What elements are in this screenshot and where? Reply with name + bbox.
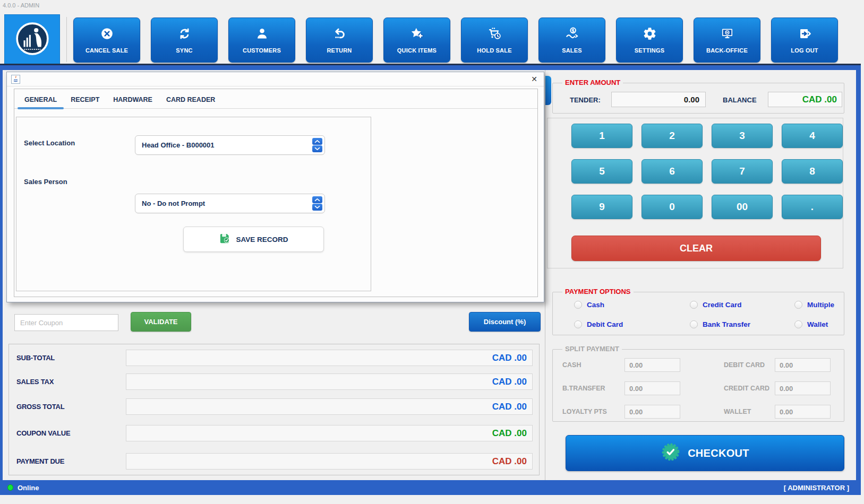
keypad-key-4[interactable]: 4 [782, 124, 843, 148]
sales-person-spinner [312, 196, 322, 211]
online-status-icon [7, 484, 13, 491]
save-record-icon [219, 232, 231, 246]
frame-top-border [0, 65, 861, 70]
tab-general[interactable]: GENERAL [18, 96, 64, 108]
keypad-key-dot[interactable]: . [782, 195, 843, 219]
payment-due-value: CAD .00 [492, 456, 527, 467]
keypad-key-00[interactable]: 00 [712, 195, 773, 219]
sync-button[interactable]: SYNC [151, 18, 218, 63]
keypad-key-8[interactable]: 8 [782, 159, 843, 184]
payment-option-bank-transfer[interactable]: Bank Transfer [690, 320, 750, 328]
split-debit-card-input[interactable] [775, 358, 831, 372]
payment-option-debit-card[interactable]: Debit Card [574, 320, 623, 328]
keypad-key-5[interactable]: 5 [571, 159, 632, 184]
coupon-input[interactable] [14, 314, 118, 331]
subtotal-label: SUB-TOTAL [16, 354, 55, 362]
spinner-up-icon[interactable] [312, 138, 322, 145]
radio-icon[interactable] [794, 301, 802, 309]
settings-dialog: ✕ GENERAL RECEIPT HARDWARE CARD READER S… [6, 72, 544, 302]
toolbar-button-label: SALES [562, 47, 582, 54]
customers-button[interactable]: CUSTOMERS [228, 18, 295, 63]
split-loyalty-pts-input[interactable] [625, 405, 680, 419]
sync-icon [177, 27, 192, 43]
select-location-dropdown[interactable]: Head Office - B000001 [135, 135, 325, 155]
back-office-icon [720, 27, 734, 43]
payment-option-label: Bank Transfer [703, 320, 750, 328]
dialog-titlebar[interactable]: ✕ [7, 72, 544, 86]
split-bank-transfer-input[interactable] [625, 381, 680, 395]
split-credit-card-input[interactable] [775, 381, 831, 395]
quick-items-button[interactable]: QUICK ITEMS [383, 18, 450, 63]
select-location-value: Head Office - B000001 [142, 141, 215, 149]
spinner-down-icon[interactable] [312, 145, 322, 152]
enter-amount-section: ENTER AMOUNT TENDER: BALANCE CAD .00 [552, 83, 844, 114]
checkout-button[interactable]: CHECKOUT [566, 435, 844, 471]
keypad-panel: 1 2 3 4 5 6 7 8 9 0 00 . CLEAR [547, 118, 843, 268]
keypad-key-7[interactable]: 7 [712, 159, 773, 184]
radio-icon[interactable] [574, 301, 582, 309]
back-office-button[interactable]: BACK-OFFICE [694, 18, 760, 63]
discount-button[interactable]: Discount (%) [469, 312, 541, 332]
log-out-button[interactable]: LOG OUT [771, 18, 838, 63]
select-location-label: Select Location [24, 139, 75, 147]
radio-icon[interactable] [574, 320, 582, 328]
coupon-value: CAD .00 [492, 428, 527, 439]
return-button[interactable]: RETURN [306, 18, 373, 63]
spinner-up-icon[interactable] [312, 196, 322, 203]
hold-sale-button[interactable]: HOLD SALE [461, 18, 528, 63]
toolbar-button-label: CUSTOMERS [243, 47, 281, 54]
payment-option-wallet[interactable]: Wallet [794, 320, 828, 328]
sales-icon [565, 27, 579, 43]
tab-receipt[interactable]: RECEIPT [64, 96, 106, 108]
payment-option-label: Cash [587, 301, 604, 309]
tab-hardware[interactable]: HARDWARE [106, 96, 159, 108]
keypad-key-9[interactable]: 9 [571, 195, 632, 219]
payment-option-cash[interactable]: Cash [574, 301, 604, 309]
split-wallet-input[interactable] [775, 405, 831, 419]
payment-option-multiple[interactable]: Multiple [794, 301, 834, 309]
app-logo[interactable] [4, 14, 60, 65]
radio-icon[interactable] [690, 320, 698, 328]
keypad-key-2[interactable]: 2 [641, 124, 703, 148]
java-app-icon [11, 75, 20, 86]
keypad-key-3[interactable]: 3 [712, 124, 773, 148]
tender-field-box [611, 92, 706, 107]
coupon-value-box: CAD .00 [126, 425, 533, 441]
keypad-key-1[interactable]: 1 [571, 124, 632, 148]
log-out-icon [798, 27, 812, 43]
return-icon [332, 27, 347, 43]
radio-icon[interactable] [794, 320, 802, 328]
toolbar-button-label: SETTINGS [635, 47, 665, 54]
tender-label: TENDER: [570, 96, 601, 104]
keypad-key-6[interactable]: 6 [641, 159, 703, 184]
sales-button[interactable]: SALES [538, 18, 605, 63]
toolbar-separator [66, 17, 67, 62]
spinner-down-icon[interactable] [312, 204, 322, 211]
tab-card-reader[interactable]: CARD READER [159, 96, 222, 108]
clear-button[interactable]: CLEAR [571, 236, 821, 261]
radio-icon[interactable] [690, 301, 698, 309]
split-cash-input[interactable] [625, 358, 680, 372]
sales-tax-value-box: CAD .00 [126, 373, 533, 390]
toolbar-button-label: HOLD SALE [477, 47, 511, 54]
sales-person-label: Sales Person [24, 178, 67, 186]
dialog-close-icon[interactable]: ✕ [529, 74, 540, 84]
frame-right-border [856, 70, 861, 495]
validate-button[interactable]: VALIDATE [131, 312, 191, 332]
split-debit-card-label: DEBIT CARD [724, 361, 765, 369]
status-bar: Online [ ADMINISTRATOR ] [0, 480, 861, 495]
hold-sale-icon [487, 27, 502, 43]
keypad-key-0[interactable]: 0 [641, 195, 703, 219]
save-record-button[interactable]: SAVE RECORD [183, 227, 324, 252]
tender-input[interactable] [612, 92, 700, 107]
payment-option-credit-card[interactable]: Credit Card [690, 301, 742, 309]
cancel-sale-icon [100, 27, 114, 43]
sales-person-dropdown[interactable]: No - Do not Prompt [135, 194, 325, 213]
settings-button[interactable]: SETTINGS [616, 18, 683, 63]
online-status-label: Online [18, 484, 39, 492]
split-cash-label: CASH [562, 361, 581, 369]
cancel-sale-button[interactable]: CANCEL SALE [73, 18, 140, 63]
sales-person-value: No - Do not Prompt [142, 199, 205, 207]
payment-options-legend: PAYMENT OPTIONS [562, 288, 634, 296]
subtotal-value: CAD .00 [492, 353, 527, 363]
